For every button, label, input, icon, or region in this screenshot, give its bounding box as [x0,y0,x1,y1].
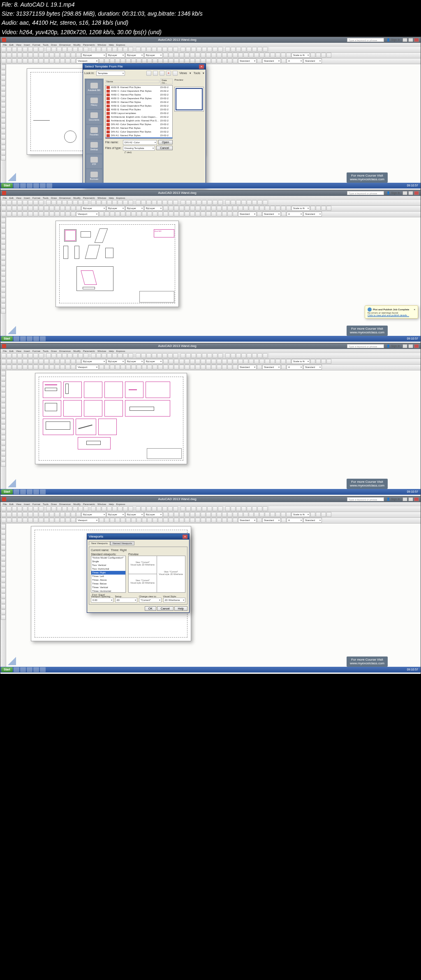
toolbar-button[interactable] [275,53,280,58]
file-row[interactable]: ANSI D -Color Dependent Plot Styles15-02… [106,97,172,100]
toolbar-button[interactable] [217,365,222,370]
toolbar-button[interactable] [96,200,101,205]
side-tool-button[interactable] [1,371,6,376]
toolbar-button[interactable] [65,212,70,216]
toolbar-button[interactable] [222,512,227,517]
toolbar-button[interactable] [104,365,109,370]
toolbar-button[interactable] [136,47,141,52]
toolbar-button[interactable] [57,200,62,205]
toolbar-button[interactable] [39,53,44,58]
standard-combo[interactable]: Standard [238,58,257,63]
menu-edit[interactable]: Edit [9,197,14,199]
toolbar-button[interactable] [141,506,146,511]
toolbar-button[interactable] [136,518,141,523]
toolbar-button[interactable] [131,58,136,63]
toolbar-button[interactable] [146,200,151,205]
toolbar-button[interactable] [179,365,184,370]
menu-modify[interactable]: Modify [73,197,81,199]
toolbar-button[interactable] [107,47,112,52]
toolbar-button[interactable] [201,512,206,517]
side-tool-button[interactable] [1,140,6,144]
toolbar-button[interactable] [55,365,60,370]
toolbar-button[interactable] [222,212,227,216]
toolbar-button[interactable] [62,47,67,52]
side-tool-button[interactable] [1,282,6,287]
sign-in-link[interactable]: 👤 Sign In [386,38,400,42]
toolbar-button[interactable] [201,212,206,216]
toolbar-button[interactable] [91,200,96,205]
toolbar-button[interactable] [180,506,185,511]
toolbar-button[interactable] [270,53,275,58]
toolbar-button[interactable] [141,47,146,52]
toolbar-button[interactable] [218,200,223,205]
menu-window[interactable]: Window [97,503,106,505]
toolbar-button[interactable] [112,506,117,511]
toolbar-button[interactable] [71,206,76,211]
vp-list-item[interactable]: Two: Vertical [91,563,125,567]
toolbar-button[interactable] [12,58,17,63]
toolbar-button[interactable] [33,512,38,517]
toolbar-button[interactable] [39,506,44,511]
toolbar-button[interactable] [190,206,195,211]
toolbar-button[interactable] [55,512,60,517]
toolbar-button[interactable] [136,365,141,370]
toolbar-button[interactable] [142,58,147,63]
toolbar-button[interactable] [180,47,185,52]
toolbar-button[interactable] [211,518,216,523]
taskbar-item[interactable] [40,183,46,188]
vp-list-item[interactable]: Three: Left [91,575,125,578]
toolbar-button[interactable] [236,506,241,511]
toolbar-button[interactable] [247,506,252,511]
toolbar-button[interactable] [179,58,184,63]
start-button[interactable]: Start [1,336,13,341]
toolbar-button[interactable] [243,512,248,517]
toolbar-button[interactable] [131,212,136,216]
toolbar-button[interactable] [169,206,173,211]
toolbar-button[interactable] [33,365,38,370]
change-view-combo[interactable]: *Current* [139,598,162,603]
toolbar-button[interactable] [17,47,22,52]
toolbar-button[interactable] [153,58,157,63]
toolbar-button[interactable] [241,47,246,52]
toolbar-button[interactable] [254,512,259,517]
side-tool-button[interactable] [1,414,6,419]
toolbar-button[interactable] [162,200,167,205]
toolbar-button[interactable] [71,58,76,63]
toolbar-button[interactable] [281,512,286,517]
toolbar-button[interactable] [286,206,291,211]
toolbar-button[interactable] [227,206,232,211]
toolbar-button[interactable] [1,58,6,63]
toolbar-button[interactable] [33,518,38,523]
toolbar-button[interactable] [281,53,286,58]
toolbar-button[interactable] [28,365,33,370]
toolbar-button[interactable] [91,506,96,511]
toolbar-button[interactable] [123,506,128,511]
menu-dimension[interactable]: Dimension [59,350,71,352]
side-tool-button[interactable] [1,223,6,228]
layer-combo[interactable]: ByLayer [106,206,125,211]
toolbar-button[interactable] [147,212,152,216]
toolbar-button[interactable] [195,365,200,370]
toolbar-button[interactable] [211,53,216,58]
toolbar-button[interactable] [252,506,257,511]
side-tool-button[interactable] [1,303,6,308]
toolbar-button[interactable] [78,47,83,52]
side-tool-button[interactable] [1,86,6,91]
toolbar-button[interactable] [33,206,38,211]
side-tool-button[interactable] [1,376,6,381]
toolbar-button[interactable] [51,506,56,511]
side-tool-button[interactable] [1,430,6,435]
menu-help[interactable]: Help [109,197,113,199]
toolbar-button[interactable] [217,58,222,63]
toolbar-button[interactable] [233,365,238,370]
toolbar-button[interactable] [227,518,232,523]
toolbar-button[interactable] [195,58,200,63]
file-row[interactable]: ANSI C -Color Dependent Plot Styles15-02… [106,89,172,93]
menu-insert[interactable]: Insert [24,44,30,46]
menu-window[interactable]: Window [97,44,106,46]
toolbar-button[interactable] [71,518,76,523]
toolbar-button[interactable] [275,206,280,211]
menu-insert[interactable]: Insert [24,350,30,352]
toolbar-button[interactable] [131,518,136,523]
side-tool-button[interactable] [1,382,6,386]
